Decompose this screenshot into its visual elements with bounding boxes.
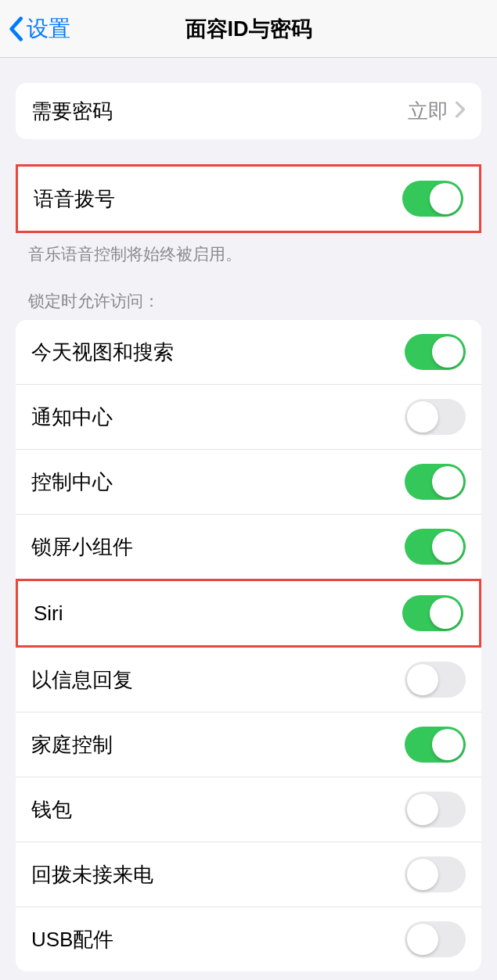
locked-access-header: 锁定时允许访问：: [0, 290, 497, 320]
reply-message-toggle[interactable]: [405, 662, 466, 698]
today-view-label: 今天视图和搜索: [31, 339, 174, 366]
home-control-row: 家庭控制: [16, 712, 481, 777]
lockscreen-widgets-row: 锁屏小组件: [16, 514, 481, 579]
chevron-left-icon: [8, 16, 23, 41]
require-passcode-row[interactable]: 需要密码 立即: [16, 83, 481, 139]
chevron-right-icon: [455, 101, 466, 121]
reply-message-label: 以信息回复: [31, 666, 133, 694]
control-center-label: 控制中心: [31, 468, 113, 496]
page-title: 面容ID与密码: [185, 15, 312, 43]
siri-highlight: Siri: [16, 579, 481, 648]
toggle-knob: [430, 183, 461, 214]
notification-center-row: 通知中心: [16, 384, 481, 449]
lockscreen-widgets-toggle[interactable]: [405, 529, 466, 565]
require-passcode-label: 需要密码: [31, 98, 113, 125]
back-button[interactable]: 设置: [0, 14, 70, 44]
callback-row: 回拨未接来电: [16, 842, 481, 906]
callback-label: 回拨未接来电: [31, 861, 153, 888]
require-passcode-value: 立即: [408, 98, 448, 125]
usb-accessories-row: USB配件: [16, 906, 481, 971]
home-control-label: 家庭控制: [31, 731, 113, 759]
today-view-toggle[interactable]: [405, 334, 466, 370]
wallet-label: 钱包: [31, 796, 72, 824]
voice-dial-toggle[interactable]: [402, 181, 463, 217]
siri-label: Siri: [34, 601, 63, 626]
back-label: 设置: [27, 14, 70, 44]
usb-footer: iPhone锁定超过一小时后，需先解锁iPhone才能允许USB配件连接。: [0, 971, 497, 980]
nav-header: 设置 面容ID与密码: [0, 0, 497, 58]
wallet-toggle[interactable]: [405, 792, 466, 827]
siri-toggle[interactable]: [402, 595, 463, 631]
control-center-toggle[interactable]: [405, 464, 466, 500]
wallet-row: 钱包: [16, 777, 481, 842]
voice-dial-footer: 音乐语音控制将始终被启用。: [0, 233, 497, 265]
notification-center-label: 通知中心: [31, 404, 113, 431]
voice-dial-label: 语音拨号: [34, 185, 115, 213]
usb-accessories-toggle[interactable]: [405, 921, 466, 957]
usb-accessories-label: USB配件: [31, 926, 113, 953]
siri-row: Siri: [18, 581, 479, 645]
lockscreen-widgets-label: 锁屏小组件: [31, 533, 133, 561]
callback-toggle[interactable]: [405, 856, 466, 892]
today-view-row: 今天视图和搜索: [16, 320, 481, 384]
voice-dial-highlight: 语音拨号: [16, 164, 481, 233]
control-center-row: 控制中心: [16, 449, 481, 514]
notification-center-toggle[interactable]: [405, 399, 466, 435]
home-control-toggle[interactable]: [405, 727, 466, 763]
voice-dial-row: 语音拨号: [18, 167, 479, 231]
reply-message-row: 以信息回复: [16, 648, 481, 712]
